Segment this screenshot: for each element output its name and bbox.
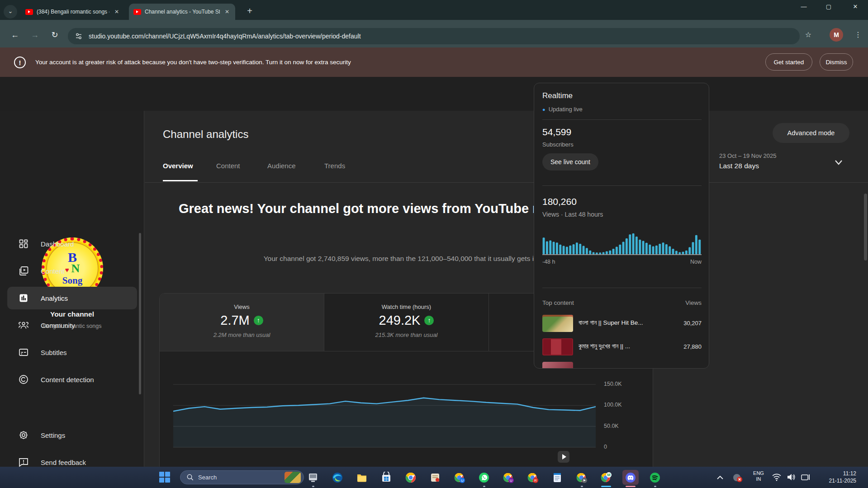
sidebar-item-content[interactable]: Content <box>7 260 137 282</box>
site-settings-icon[interactable] <box>74 32 83 41</box>
chrome-profile-red-icon[interactable]: R <box>525 470 541 485</box>
chart-play-button[interactable] <box>558 451 569 463</box>
studio-header: Studio Search across your channel ? Crea… <box>0 77 868 111</box>
security-warning-banner: ! Your account is at greater risk of att… <box>0 47 868 77</box>
tab-title: Channel analytics - YouTube Stu <box>145 9 220 15</box>
tab-search-chevron-icon[interactable]: ⌄ <box>4 5 17 19</box>
tray-alert-icon[interactable] <box>732 472 743 483</box>
sidebar-item-label: Dashboard <box>41 240 74 248</box>
svg-text:R: R <box>534 479 537 483</box>
banner-text: Your account is at greater risk of attac… <box>35 59 351 66</box>
dismiss-button[interactable]: Dismiss <box>820 53 853 71</box>
tab-content[interactable]: Content <box>216 162 240 170</box>
top-content-row-partial[interactable] <box>542 362 702 369</box>
chevron-down-icon[interactable] <box>832 156 845 169</box>
realtime-bar-chart[interactable] <box>542 232 702 254</box>
folder-icon[interactable] <box>354 470 370 485</box>
forward-icon[interactable]: → <box>27 27 43 43</box>
divider <box>542 185 702 186</box>
advanced-mode-button[interactable]: Advanced mode <box>773 123 849 143</box>
tab-close-icon[interactable]: ✕ <box>223 8 231 15</box>
back-icon[interactable]: ← <box>7 27 23 43</box>
sidebar-item-label: Analytics <box>41 294 68 302</box>
see-live-count-button[interactable]: See live count <box>542 153 598 171</box>
address-bar[interactable]: studio.youtube.com/channel/UCjzLqW5AxmIr… <box>68 28 800 44</box>
new-tab-button[interactable]: + <box>243 5 256 18</box>
bookmark-star-icon[interactable]: ☆ <box>802 27 815 43</box>
youtube-favicon <box>25 9 33 15</box>
video-thumbnail <box>542 338 573 355</box>
date-range: 23 Oct – 19 Nov 2025 <box>719 152 776 159</box>
reload-icon[interactable]: ↻ <box>47 27 62 43</box>
screen: ⌄ (384) Bengali romantic songs - Y ✕ Cha… <box>0 0 868 488</box>
window-close-button[interactable]: ✕ <box>845 0 866 14</box>
tab-overview[interactable]: Overview <box>163 162 193 170</box>
pen-touch-icon[interactable] <box>801 473 811 481</box>
youtube-favicon <box>133 9 141 15</box>
sidebar-item-analytics[interactable]: Analytics <box>7 287 137 309</box>
chrome-media-icon[interactable] <box>574 470 590 485</box>
sidebar-item-content-detection[interactable]: Content detection <box>7 368 137 391</box>
sidebar-item-subtitles[interactable]: Subtitles <box>7 341 137 364</box>
start-button-icon[interactable] <box>159 472 171 483</box>
browser-toolbar: ← → ↻ studio.youtube.com/channel/UCjzLqW… <box>0 20 868 47</box>
microsoft-store-icon[interactable] <box>378 470 394 485</box>
sidebar-item-settings[interactable]: Settings <box>7 424 137 446</box>
metric-label: Watch time (hours) <box>324 303 489 310</box>
tray-chevron-up-icon[interactable] <box>716 475 724 480</box>
sidebar-item-dashboard[interactable]: Dashboard <box>7 232 137 255</box>
volume-icon[interactable] <box>786 473 796 481</box>
active-tab-underline <box>163 180 198 181</box>
desktop-app-icon[interactable] <box>305 470 321 485</box>
running-app-indicator <box>654 486 656 487</box>
video-views: 27,880 <box>683 343 702 350</box>
chrome-icon[interactable] <box>403 470 419 485</box>
page-scrollbar[interactable] <box>864 194 867 261</box>
metric-views[interactable]: Views 2.7M↑ 2.2M more than usual <box>160 294 324 351</box>
wifi-icon[interactable] <box>772 473 782 481</box>
metric-watch-time[interactable]: Watch time (hours) 249.2K↑ 215.3K more t… <box>324 294 489 351</box>
sidebar-item-community[interactable]: Community <box>7 314 137 336</box>
sidebar-scrollbar[interactable] <box>139 233 141 394</box>
chrome-profile-blue-icon[interactable]: U <box>451 470 468 485</box>
metric-label: Views <box>160 303 324 310</box>
video-thumbnail <box>542 362 573 369</box>
views-line-chart[interactable] <box>173 375 596 448</box>
y-axis-tick: 50.0K <box>604 423 619 429</box>
tab-audience[interactable]: Audience <box>267 162 296 170</box>
discord-icon[interactable] <box>622 470 639 485</box>
tab-close-icon[interactable]: ✕ <box>113 8 120 15</box>
language-indicator[interactable]: ENG IN <box>751 470 766 482</box>
metric-delta: 215.3K more than usual <box>324 332 489 338</box>
tab-trends[interactable]: Trends <box>324 162 345 170</box>
browser-menu-kebab-icon[interactable]: ⋮ <box>851 27 865 43</box>
search-seasonal-icon <box>285 472 301 483</box>
get-started-button[interactable]: Get started <box>765 53 812 71</box>
chrome-profile-purple-icon[interactable]: U <box>500 470 517 485</box>
taskbar-clock[interactable]: 11:12 21-11-2025 <box>829 470 857 484</box>
y-axis-tick: 100.0K <box>604 402 622 408</box>
window-minimize-button[interactable]: — <box>793 0 814 14</box>
browser-tab-1[interactable]: (384) Bengali romantic songs - Y ✕ <box>21 4 125 20</box>
taskbar-search[interactable]: Search <box>180 470 304 484</box>
alert-icon: ! <box>14 57 26 68</box>
top-content-row[interactable]: কুমার শানু দুঃখের গান || ... 27,880 <box>542 338 702 356</box>
spotify-icon[interactable] <box>647 470 663 485</box>
top-content-row[interactable]: বাংলা গান || Super Hit Be... 30,207 <box>542 315 702 333</box>
windows-taskbar: Search UURM ENG IN 11:12 21-11-2025 <box>0 467 868 488</box>
clock-time: 11:12 <box>829 470 857 477</box>
browser-tab-2-active[interactable]: Channel analytics - YouTube Stu ✕ <box>129 4 235 20</box>
browser-profile-avatar[interactable]: M <box>830 28 843 42</box>
period-selector[interactable]: Last 28 days <box>719 162 759 170</box>
chrome-gmail-icon[interactable]: M <box>598 470 614 485</box>
window-maximize-button[interactable]: ▢ <box>818 0 839 14</box>
notepad-icon[interactable] <box>549 470 565 485</box>
divider <box>542 119 702 120</box>
edge-icon[interactable] <box>329 470 346 485</box>
language-line1: ENG <box>751 470 766 476</box>
whatsapp-icon[interactable] <box>476 470 492 485</box>
sidebar-item-label: Send feedback <box>41 459 86 466</box>
page-title: Channel analytics <box>163 128 248 141</box>
sticky-notes-icon[interactable] <box>427 470 443 485</box>
video-title: কুমার শানু দুঃখের গান || ... <box>579 343 665 350</box>
